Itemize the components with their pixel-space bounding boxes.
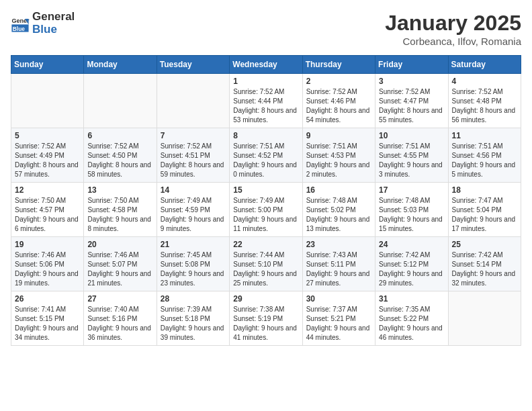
title-area: January 2025 Corbeanca, Ilfov, Romania <box>385 11 521 47</box>
weekday-header-row: SundayMondayTuesdayWednesdayThursdayFrid… <box>11 56 521 74</box>
day-info: Sunrise: 7:44 AMSunset: 5:10 PMDaylight:… <box>233 250 298 288</box>
day-info: Sunrise: 7:42 AMSunset: 5:14 PMDaylight:… <box>452 250 517 288</box>
calendar-cell: 14Sunrise: 7:49 AMSunset: 4:59 PMDayligh… <box>157 183 229 237</box>
day-number: 17 <box>379 185 444 195</box>
calendar-cell: 4Sunrise: 7:52 AMSunset: 4:48 PMDaylight… <box>448 74 521 128</box>
day-info: Sunrise: 7:52 AMSunset: 4:51 PMDaylight:… <box>161 142 226 179</box>
calendar-cell: 22Sunrise: 7:44 AMSunset: 5:10 PMDayligh… <box>230 237 302 291</box>
day-number: 7 <box>161 131 226 140</box>
day-number: 4 <box>452 77 517 86</box>
calendar-cell: 15Sunrise: 7:49 AMSunset: 5:00 PMDayligh… <box>230 183 302 237</box>
location-subtitle: Corbeanca, Ilfov, Romania <box>385 36 521 47</box>
logo-icon: General Blue <box>11 14 30 33</box>
calendar-cell: 21Sunrise: 7:45 AMSunset: 5:08 PMDayligh… <box>157 237 229 291</box>
day-info: Sunrise: 7:37 AMSunset: 5:21 PMDaylight:… <box>306 305 371 342</box>
day-number: 24 <box>379 240 444 249</box>
page-header: General Blue General Blue January 2025 C… <box>11 11 521 47</box>
calendar-cell <box>448 291 521 346</box>
day-info: Sunrise: 7:35 AMSunset: 5:22 PMDaylight:… <box>379 305 444 342</box>
day-number: 23 <box>306 240 371 249</box>
day-info: Sunrise: 7:49 AMSunset: 5:00 PMDaylight:… <box>233 196 298 234</box>
day-info: Sunrise: 7:40 AMSunset: 5:16 PMDaylight:… <box>87 305 152 342</box>
calendar-cell: 27Sunrise: 7:40 AMSunset: 5:16 PMDayligh… <box>84 291 157 346</box>
day-number: 20 <box>87 240 152 249</box>
day-number: 16 <box>306 185 371 195</box>
day-number: 18 <box>452 185 517 195</box>
day-info: Sunrise: 7:45 AMSunset: 5:08 PMDaylight:… <box>161 250 226 288</box>
day-number: 31 <box>379 294 444 304</box>
day-info: Sunrise: 7:52 AMSunset: 4:49 PMDaylight:… <box>15 142 80 179</box>
day-info: Sunrise: 7:42 AMSunset: 5:12 PMDaylight:… <box>379 250 444 288</box>
day-info: Sunrise: 7:52 AMSunset: 4:50 PMDaylight:… <box>87 142 152 179</box>
day-info: Sunrise: 7:38 AMSunset: 5:19 PMDaylight:… <box>233 305 298 342</box>
day-number: 8 <box>233 131 298 140</box>
day-info: Sunrise: 7:50 AMSunset: 4:57 PMDaylight:… <box>15 196 80 234</box>
calendar-cell <box>11 74 84 128</box>
day-number: 25 <box>452 240 517 249</box>
day-number: 29 <box>233 294 298 304</box>
calendar-cell: 5Sunrise: 7:52 AMSunset: 4:49 PMDaylight… <box>11 128 84 183</box>
svg-text:Blue: Blue <box>13 25 25 32</box>
day-number: 3 <box>379 77 444 86</box>
weekday-header-tuesday: Tuesday <box>157 56 229 74</box>
calendar-cell: 19Sunrise: 7:46 AMSunset: 5:06 PMDayligh… <box>11 237 84 291</box>
calendar-cell: 7Sunrise: 7:52 AMSunset: 4:51 PMDaylight… <box>157 128 229 183</box>
day-info: Sunrise: 7:49 AMSunset: 4:59 PMDaylight:… <box>161 196 226 234</box>
day-number: 21 <box>161 240 226 249</box>
day-number: 13 <box>87 185 152 195</box>
calendar-week-row: 1Sunrise: 7:52 AMSunset: 4:44 PMDaylight… <box>11 74 521 128</box>
day-info: Sunrise: 7:51 AMSunset: 4:55 PMDaylight:… <box>379 142 444 179</box>
day-number: 1 <box>233 77 298 86</box>
day-info: Sunrise: 7:51 AMSunset: 4:53 PMDaylight:… <box>306 142 371 179</box>
day-info: Sunrise: 7:51 AMSunset: 4:52 PMDaylight:… <box>233 142 298 179</box>
day-number: 11 <box>452 131 517 140</box>
day-info: Sunrise: 7:43 AMSunset: 5:11 PMDaylight:… <box>306 250 371 288</box>
calendar-week-row: 5Sunrise: 7:52 AMSunset: 4:49 PMDaylight… <box>11 128 521 183</box>
day-info: Sunrise: 7:51 AMSunset: 4:56 PMDaylight:… <box>452 142 517 179</box>
day-info: Sunrise: 7:52 AMSunset: 4:47 PMDaylight:… <box>379 87 444 125</box>
day-info: Sunrise: 7:50 AMSunset: 4:58 PMDaylight:… <box>87 196 152 234</box>
calendar-cell: 12Sunrise: 7:50 AMSunset: 4:57 PMDayligh… <box>11 183 84 237</box>
logo: General Blue General Blue <box>11 11 75 36</box>
day-number: 2 <box>306 77 371 86</box>
day-number: 19 <box>15 240 80 249</box>
month-title: January 2025 <box>385 11 521 36</box>
weekday-header-sunday: Sunday <box>11 56 84 74</box>
calendar-cell: 24Sunrise: 7:42 AMSunset: 5:12 PMDayligh… <box>375 237 448 291</box>
calendar-cell: 6Sunrise: 7:52 AMSunset: 4:50 PMDaylight… <box>84 128 157 183</box>
day-info: Sunrise: 7:41 AMSunset: 5:15 PMDaylight:… <box>15 305 80 342</box>
day-number: 30 <box>306 294 371 304</box>
calendar-cell: 2Sunrise: 7:52 AMSunset: 4:46 PMDaylight… <box>302 74 375 128</box>
calendar-cell <box>84 74 157 128</box>
calendar-cell: 10Sunrise: 7:51 AMSunset: 4:55 PMDayligh… <box>375 128 448 183</box>
calendar-cell: 17Sunrise: 7:48 AMSunset: 5:03 PMDayligh… <box>375 183 448 237</box>
day-info: Sunrise: 7:52 AMSunset: 4:44 PMDaylight:… <box>233 87 298 125</box>
day-info: Sunrise: 7:46 AMSunset: 5:07 PMDaylight:… <box>87 250 152 288</box>
calendar-week-row: 19Sunrise: 7:46 AMSunset: 5:06 PMDayligh… <box>11 237 521 291</box>
day-info: Sunrise: 7:39 AMSunset: 5:18 PMDaylight:… <box>161 305 226 342</box>
weekday-header-saturday: Saturday <box>448 56 521 74</box>
calendar-cell: 29Sunrise: 7:38 AMSunset: 5:19 PMDayligh… <box>230 291 302 346</box>
day-number: 6 <box>87 131 152 140</box>
day-info: Sunrise: 7:48 AMSunset: 5:02 PMDaylight:… <box>306 196 371 234</box>
calendar-cell: 8Sunrise: 7:51 AMSunset: 4:52 PMDaylight… <box>230 128 302 183</box>
logo-general-text: General <box>32 11 75 24</box>
calendar-cell: 30Sunrise: 7:37 AMSunset: 5:21 PMDayligh… <box>302 291 375 346</box>
day-number: 9 <box>306 131 371 140</box>
calendar-cell <box>157 74 229 128</box>
calendar-cell: 26Sunrise: 7:41 AMSunset: 5:15 PMDayligh… <box>11 291 84 346</box>
day-number: 10 <box>379 131 444 140</box>
day-number: 26 <box>15 294 80 304</box>
day-info: Sunrise: 7:48 AMSunset: 5:03 PMDaylight:… <box>379 196 444 234</box>
calendar-cell: 11Sunrise: 7:51 AMSunset: 4:56 PMDayligh… <box>448 128 521 183</box>
calendar-cell: 18Sunrise: 7:47 AMSunset: 5:04 PMDayligh… <box>448 183 521 237</box>
day-info: Sunrise: 7:52 AMSunset: 4:48 PMDaylight:… <box>452 87 517 125</box>
day-number: 27 <box>87 294 152 304</box>
calendar-table: SundayMondayTuesdayWednesdayThursdayFrid… <box>11 55 521 346</box>
day-info: Sunrise: 7:46 AMSunset: 5:06 PMDaylight:… <box>15 250 80 288</box>
calendar-week-row: 26Sunrise: 7:41 AMSunset: 5:15 PMDayligh… <box>11 291 521 346</box>
weekday-header-thursday: Thursday <box>302 56 375 74</box>
calendar-cell: 28Sunrise: 7:39 AMSunset: 5:18 PMDayligh… <box>157 291 229 346</box>
calendar-cell: 1Sunrise: 7:52 AMSunset: 4:44 PMDaylight… <box>230 74 302 128</box>
calendar-cell: 31Sunrise: 7:35 AMSunset: 5:22 PMDayligh… <box>375 291 448 346</box>
